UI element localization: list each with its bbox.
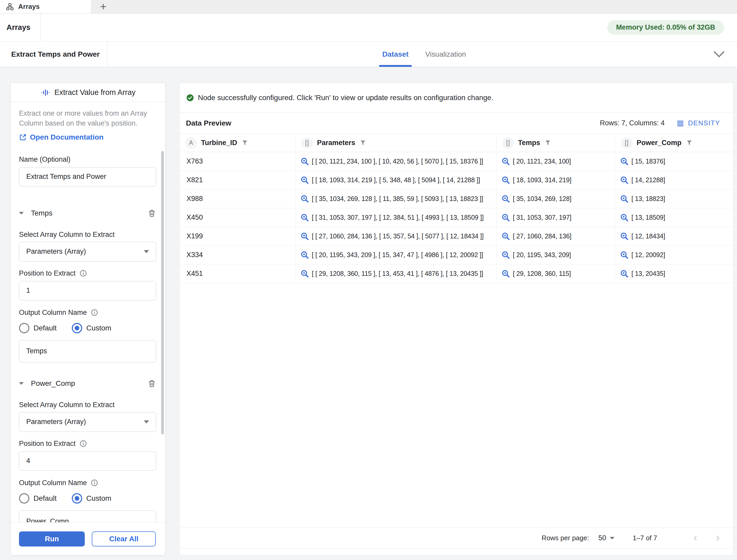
radio-default[interactable] — [19, 323, 29, 333]
panel-scrollbar[interactable] — [161, 151, 164, 434]
output-name-input[interactable]: Temps — [19, 340, 156, 362]
column-header-parameters[interactable]: [] Parameters — [295, 134, 496, 152]
cell-turbine-id: X451 — [180, 264, 295, 283]
success-check-icon — [186, 94, 194, 102]
filter-button[interactable] — [544, 139, 551, 146]
section-power-comp-header[interactable]: Power_Comp — [19, 379, 156, 388]
output-name-input[interactable]: Power_Comp — [19, 510, 156, 522]
zoom-in-icon[interactable] — [620, 194, 629, 203]
cell-parameters: [ [ 20, 1195, 343, 209 ], [ 15, 347, 47 … — [295, 246, 496, 264]
zoom-in-icon[interactable] — [620, 251, 629, 259]
select-caret-icon — [144, 250, 149, 253]
array-column-select[interactable]: Parameters (Array) — [19, 242, 156, 262]
zoom-in-icon[interactable] — [501, 232, 510, 241]
run-button[interactable]: Run — [19, 531, 85, 546]
zoom-in-icon[interactable] — [620, 269, 629, 278]
node-description: Extract one or more values from an Array… — [19, 108, 156, 128]
array-value: [ [ 35, 1034, 269, 128 ], [ 11, 385, 59 … — [312, 195, 483, 203]
tab-dataset[interactable]: Dataset — [382, 42, 409, 67]
output-name-radio-group: Default Custom — [19, 493, 156, 504]
section-power-comp-title: Power_Comp — [31, 379, 75, 388]
trash-icon — [147, 209, 156, 218]
section-collapse-caret-icon[interactable] — [19, 382, 24, 385]
node-bar: Extract Temps and Power Dataset Visualiz… — [0, 42, 737, 67]
position-input[interactable]: 4 — [19, 451, 156, 471]
zoom-in-icon[interactable] — [620, 232, 629, 241]
filter-button[interactable] — [686, 139, 693, 146]
zoom-in-icon[interactable] — [300, 194, 309, 203]
array-column-select[interactable]: Parameters (Array) — [19, 412, 156, 432]
tab-visualization[interactable]: Visualization — [425, 42, 466, 67]
select-array-column-label: Select Array Column to Extract — [19, 401, 156, 409]
array-type-icon: [] — [301, 137, 313, 149]
chevron-right-icon — [714, 534, 722, 542]
zoom-in-icon[interactable] — [620, 213, 629, 222]
zoom-in-icon[interactable] — [501, 176, 510, 185]
density-button[interactable]: DENSITY — [676, 119, 720, 127]
zoom-in-icon[interactable] — [300, 269, 309, 278]
array-value: [ [ 20, 1121, 234, 100 ], [ 10, 420, 56 … — [312, 158, 483, 165]
cell-temps: [ 29, 1208, 360, 115] — [496, 264, 615, 283]
select-caret-icon — [144, 420, 149, 424]
data-preview-title: Data Preview — [186, 119, 231, 127]
results-card: Node successfully configured. Click 'Run… — [179, 83, 733, 555]
zoom-in-icon[interactable] — [620, 157, 629, 166]
cell-turbine-id: X334 — [180, 246, 295, 264]
zoom-in-icon[interactable] — [300, 213, 309, 222]
array-value: [ 14, 21288] — [631, 176, 665, 184]
output-name-radio-group: Default Custom — [19, 323, 156, 333]
radio-custom[interactable] — [72, 493, 82, 504]
collapse-node-button[interactable] — [712, 48, 727, 60]
delete-section-button[interactable] — [147, 209, 156, 218]
info-icon — [90, 309, 98, 316]
zoom-in-icon[interactable] — [501, 213, 510, 222]
workflow-tab-arrays[interactable]: Arrays — [0, 0, 92, 13]
name-input[interactable]: Extract Temps and Power — [19, 167, 156, 186]
cell-turbine-id: X821 — [180, 171, 295, 189]
config-panel-body: Extract one or more values from an Array… — [11, 102, 165, 522]
zoom-in-icon[interactable] — [300, 157, 309, 166]
zoom-in-icon[interactable] — [501, 194, 510, 203]
filter-button[interactable] — [241, 139, 248, 146]
previous-page-button[interactable] — [691, 534, 699, 542]
radio-custom[interactable] — [72, 323, 82, 333]
cell-power-comp: [ 12, 18434] — [615, 227, 733, 245]
array-value: [ 18, 1093, 314, 219] — [513, 176, 571, 184]
position-input[interactable]: 1 — [19, 281, 156, 300]
zoom-in-icon[interactable] — [501, 269, 510, 278]
next-page-button[interactable] — [714, 534, 722, 542]
array-value: [ 13, 18823] — [631, 195, 665, 203]
cell-power-comp: [ 13, 20435] — [615, 264, 733, 283]
open-documentation-link[interactable]: Open Documentation — [19, 133, 104, 141]
table-row: X450[ [ 31, 1053, 307, 197 ], [ 12, 384,… — [180, 208, 733, 227]
zoom-in-icon[interactable] — [501, 157, 510, 166]
section-collapse-caret-icon[interactable] — [19, 212, 24, 214]
config-panel-title: Extract Value from Array — [54, 88, 135, 97]
column-header-turbine-id[interactable]: A Turbine_ID — [180, 134, 295, 152]
rows-per-page-select[interactable]: 50 — [598, 534, 615, 542]
zoom-in-icon[interactable] — [300, 251, 309, 259]
radio-default[interactable] — [19, 493, 29, 504]
chevron-left-icon — [691, 534, 699, 542]
zoom-in-icon[interactable] — [620, 176, 629, 185]
cell-turbine-id: X988 — [180, 190, 295, 208]
cell-parameters: [ [ 27, 1060, 284, 136 ], [ 15, 357, 54 … — [295, 227, 496, 245]
result-tabs: Dataset Visualization — [382, 42, 466, 67]
delete-section-button[interactable] — [147, 379, 156, 388]
filter-button[interactable] — [359, 139, 366, 146]
cell-turbine-id: X450 — [180, 208, 295, 227]
column-header-power-comp[interactable]: [] Power_Comp — [615, 134, 733, 152]
section-temps-header[interactable]: Temps — [19, 209, 156, 218]
zoom-in-icon[interactable] — [300, 232, 309, 241]
cell-temps: [ 20, 1195, 343, 209] — [496, 246, 615, 264]
column-header-temps[interactable]: [] Temps — [496, 134, 615, 152]
array-value: [ 12, 18434] — [631, 232, 665, 240]
clear-all-button[interactable]: Clear All — [92, 531, 156, 546]
new-tab-button[interactable]: + — [92, 0, 115, 13]
zoom-in-icon[interactable] — [300, 176, 309, 185]
filter-funnel-icon — [544, 139, 551, 146]
chevron-down-icon — [712, 48, 727, 60]
cell-temps: [ 31, 1053, 307, 197] — [496, 208, 615, 227]
zoom-in-icon[interactable] — [501, 251, 510, 259]
rows-columns-count: Rows: 7, Columns: 4 — [600, 119, 665, 127]
